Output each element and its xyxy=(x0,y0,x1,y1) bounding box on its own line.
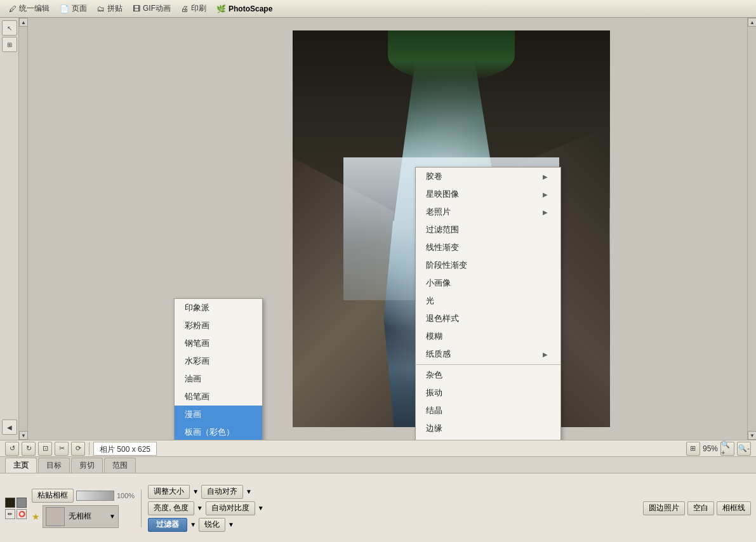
menu-crystal[interactable]: 结晶 xyxy=(416,402,560,420)
nav-print[interactable]: 🖨 印刷 xyxy=(177,2,210,15)
zoom-in-btn[interactable]: 🔍+ xyxy=(720,442,734,456)
nav-gif[interactable]: 🎞 GIF动画 xyxy=(129,2,175,15)
blank-btn[interactable]: 空白 xyxy=(687,501,714,515)
zoom-level: 95% xyxy=(703,444,718,453)
color-swatches: ✏ ⭕ xyxy=(5,498,27,519)
menu-filter-range[interactable]: 过滤范围 xyxy=(416,221,560,239)
auto-align-arrow[interactable]: ▼ xyxy=(246,488,252,495)
menu-vibration[interactable]: 振动 xyxy=(416,384,560,402)
submenu-pen-drawing[interactable]: 钢笔画 xyxy=(175,334,262,352)
action-row: 圆边照片 空白 相框线 xyxy=(643,501,751,515)
submenu-woodcut[interactable]: 板画（彩色） xyxy=(175,423,262,440)
frame-slider[interactable] xyxy=(76,491,114,501)
submenu-oil[interactable]: 油画 xyxy=(175,370,262,388)
swatch-pen[interactable]: ✏ xyxy=(5,509,15,519)
menu-linear-gradient[interactable]: 线性渐变 xyxy=(416,239,560,256)
brightness-btn[interactable]: 亮度, 色度 xyxy=(148,501,194,515)
frame-section: 粘贴相框 100% ★ 无相框 ▼ xyxy=(32,489,135,528)
sharpen-arrow[interactable]: ▼ xyxy=(228,521,234,528)
redo-btn[interactable]: ↻ xyxy=(22,442,36,456)
nav-photoscape[interactable]: 🌿 PhotoScape xyxy=(213,3,276,15)
nav-collage[interactable]: 🗂 拼贴 xyxy=(93,2,126,15)
tab-cut[interactable]: 剪切 xyxy=(71,458,103,473)
auto-contrast-btn[interactable]: 自动对比度 xyxy=(206,501,255,515)
tool-row-1: 调整大小 ▼ 自动对齐 ▼ xyxy=(148,485,263,499)
submenu-pencil[interactable]: 铅笔画 xyxy=(175,388,262,406)
arrow-icon: ▶ xyxy=(543,173,548,180)
print-icon: 🖨 xyxy=(181,4,189,13)
menu-paper-texture[interactable]: 纸质感 ▶ xyxy=(416,345,560,363)
auto-align-btn[interactable]: 自动对齐 xyxy=(201,485,243,499)
auto-contrast-arrow[interactable]: ▼ xyxy=(258,505,264,512)
sharpen-btn[interactable]: 锐化 xyxy=(199,518,225,532)
gif-icon: 🎞 xyxy=(133,4,140,13)
right-scrollbar[interactable]: ▲ ▼ xyxy=(747,18,756,440)
nav-page[interactable]: 📄 页面 xyxy=(56,2,91,15)
undo-btn[interactable]: ↺ xyxy=(5,442,19,456)
menu-small-portrait[interactable]: 小画像 xyxy=(416,274,560,292)
star-icon[interactable]: ★ xyxy=(32,512,40,522)
left-scrollbar[interactable]: ▲ ▼ xyxy=(19,18,28,440)
tool-select[interactable]: ↖ xyxy=(2,20,17,36)
rotate-btn[interactable]: ⟳ xyxy=(71,442,85,456)
zoom-fit-btn[interactable]: ⊡ xyxy=(38,442,52,456)
tool-arrow-left[interactable]: ◀ xyxy=(2,420,17,435)
scroll-down-right-btn[interactable]: ▼ xyxy=(748,431,756,440)
crop-btn[interactable]: ✂ xyxy=(55,442,69,456)
filter-arrow[interactable]: ▼ xyxy=(190,521,196,528)
menu-blur[interactable]: 模糊 xyxy=(416,327,560,345)
scroll-track xyxy=(19,27,27,431)
submenu-pastel[interactable]: 彩粉画 xyxy=(175,317,262,334)
submenu-comic[interactable]: 漫画 xyxy=(175,406,262,423)
submenu-watercolor[interactable]: 水彩画 xyxy=(175,352,262,370)
photoscape-icon: 🌿 xyxy=(216,4,226,13)
tool-crop[interactable]: ⊞ xyxy=(2,37,17,52)
menu-fade-style[interactable]: 退色样式 xyxy=(416,310,560,327)
brightness-arrow[interactable]: ▼ xyxy=(197,505,203,512)
nav-unified-edit[interactable]: 🖊 统一编辑 xyxy=(5,2,53,15)
frame-dropdown-container[interactable]: 无相框 ▼ xyxy=(43,505,119,528)
collage-icon: 🗂 xyxy=(97,4,105,13)
menu-gradient-steps[interactable]: 阶段性渐变 xyxy=(416,256,560,274)
filter-btn[interactable]: 过滤器 xyxy=(148,518,187,532)
foliage xyxy=(388,30,515,81)
paste-frame-row: 粘贴相框 100% xyxy=(32,489,135,503)
frame-label: 无相框 xyxy=(69,511,91,522)
scroll-down-btn[interactable]: ▼ xyxy=(19,431,28,440)
rock-left xyxy=(293,157,394,427)
menu-star-map[interactable]: 星映图像 ▶ xyxy=(416,185,560,203)
zoom-out-btn[interactable]: 🔍- xyxy=(737,442,751,456)
tab-range[interactable]: 范围 xyxy=(104,458,136,473)
page-icon: 📄 xyxy=(60,4,69,13)
menu-film[interactable]: 胶卷 ▶ xyxy=(416,168,560,185)
scroll-up-right-btn[interactable]: ▲ xyxy=(748,18,756,27)
canvas-area[interactable]: 胶卷 ▶ 星映图像 ▶ 老照片 ▶ 过滤范围 线性渐变 阶段 xyxy=(28,18,747,440)
left-sidebar: ↖ ⊞ ◀ xyxy=(0,18,19,440)
adjust-arrow[interactable]: ▼ xyxy=(192,488,199,495)
menu-emboss[interactable]: 浮雕 xyxy=(416,437,560,440)
round-photo-btn[interactable]: 圆边照片 xyxy=(643,501,685,515)
swatch-black[interactable] xyxy=(5,498,15,508)
bottom-action-section: 圆边照片 空白 相框线 xyxy=(643,501,751,515)
menu-noise[interactable]: 杂色 xyxy=(416,366,560,384)
main-area: ↖ ⊞ ◀ ▲ ▼ xyxy=(0,18,756,542)
tool-row-3: 过滤器 ▼ 锐化 ▼ xyxy=(148,518,263,532)
bottom-tabs: 主页 目标 剪切 范围 xyxy=(0,457,756,473)
menu-light[interactable]: 光 xyxy=(416,292,560,310)
tab-home[interactable]: 主页 xyxy=(5,458,37,473)
swatch-erase[interactable]: ⭕ xyxy=(17,509,27,519)
adjust-size-btn[interactable]: 调整大小 xyxy=(148,485,190,499)
frame-preview xyxy=(46,507,65,526)
dropdown-arrow: ▼ xyxy=(109,513,116,520)
menu-edge[interactable]: 边缘 xyxy=(416,420,560,437)
paste-frame-btn[interactable]: 粘贴相框 xyxy=(32,489,74,503)
sep-2 xyxy=(141,489,142,527)
zoom-fit-screen-btn[interactable]: ⊞ xyxy=(686,442,700,456)
frame-line-btn[interactable]: 相框线 xyxy=(717,501,751,515)
submenu-impressionist[interactable]: 印象派 xyxy=(175,299,262,317)
swatch-gray[interactable] xyxy=(17,498,27,508)
zoom-controls: ⊞ 95% 🔍+ 🔍- xyxy=(686,442,751,456)
scroll-up-btn[interactable]: ▲ xyxy=(19,18,28,27)
menu-old-photo[interactable]: 老照片 ▶ xyxy=(416,203,560,221)
tab-target[interactable]: 目标 xyxy=(38,458,70,473)
